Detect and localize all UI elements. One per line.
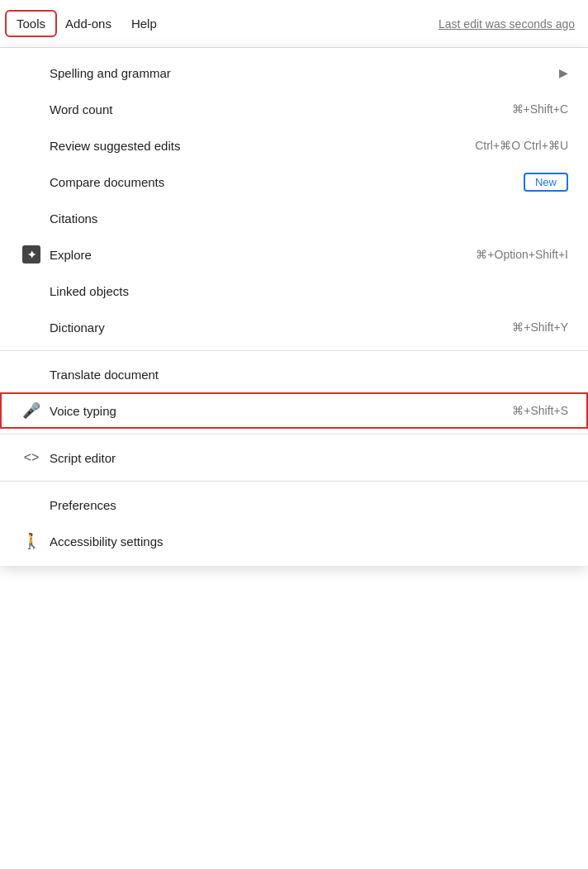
word-count-item[interactable]: Word count ⌘+Shift+C xyxy=(0,91,588,127)
tools-menu-item[interactable]: Tools xyxy=(7,12,55,36)
spelling-arrow-icon: ▶ xyxy=(559,66,568,79)
citations-label: Citations xyxy=(50,211,568,226)
explore-item[interactable]: ✦ Explore ⌘+Option+Shift+I xyxy=(0,236,588,273)
script-editor-item[interactable]: <> Script editor xyxy=(0,439,588,476)
divider-3 xyxy=(0,481,588,482)
word-count-shortcut: ⌘+Shift+C xyxy=(512,102,568,116)
dictionary-item[interactable]: Dictionary ⌘+Shift+Y xyxy=(0,309,588,345)
spelling-grammar-label: Spelling and grammar xyxy=(50,66,559,80)
voice-typing-shortcut: ⌘+Shift+S xyxy=(512,404,568,417)
last-edit-text: Last edit was seconds ago xyxy=(439,17,575,31)
help-menu-item[interactable]: Help xyxy=(121,12,167,36)
explore-label: Explore xyxy=(50,248,476,262)
voice-typing-label: Voice typing xyxy=(50,404,512,418)
explore-icon: ✦ xyxy=(20,245,43,264)
review-edits-item[interactable]: Review suggested edits Ctrl+⌘O Ctrl+⌘U xyxy=(0,127,588,164)
script-editor-label: Script editor xyxy=(50,451,568,465)
citations-item[interactable]: Citations xyxy=(0,200,588,236)
code-icon: <> xyxy=(24,450,40,465)
explore-shortcut: ⌘+Option+Shift+I xyxy=(476,248,568,261)
linked-objects-label: Linked objects xyxy=(50,284,568,298)
translate-item[interactable]: Translate document xyxy=(0,356,588,392)
explore-star-icon: ✦ xyxy=(22,245,40,264)
tools-dropdown: Spelling and grammar ▶ Word count ⌘+Shif… xyxy=(0,48,588,566)
divider-1 xyxy=(0,350,588,351)
accessibility-label: Accessibility settings xyxy=(50,534,568,548)
linked-objects-item[interactable]: Linked objects xyxy=(0,273,588,309)
new-badge: New xyxy=(524,173,568,192)
addons-menu-item[interactable]: Add-ons xyxy=(55,12,121,36)
mic-icon: 🎤 xyxy=(20,401,43,420)
review-edits-shortcut: Ctrl+⌘O Ctrl+⌘U xyxy=(475,139,568,152)
preferences-label: Preferences xyxy=(50,498,568,512)
review-edits-label: Review suggested edits xyxy=(50,139,475,153)
divider-2 xyxy=(0,434,588,434)
word-count-label: Word count xyxy=(50,102,512,116)
compare-docs-label: Compare documents xyxy=(50,175,524,189)
translate-label: Translate document xyxy=(50,368,568,382)
voice-typing-item[interactable]: 🎤 Voice typing ⌘+Shift+S xyxy=(0,392,588,429)
script-editor-icon: <> xyxy=(20,450,43,465)
spelling-grammar-item[interactable]: Spelling and grammar ▶ xyxy=(0,55,588,91)
accessibility-icon: 🚶 xyxy=(20,532,43,550)
preferences-item[interactable]: Preferences xyxy=(0,487,588,523)
menu-bar: Tools Add-ons Help Last edit was seconds… xyxy=(0,0,588,48)
compare-docs-item[interactable]: Compare documents New xyxy=(0,164,588,200)
microphone-icon: 🎤 xyxy=(22,401,40,420)
accessibility-item[interactable]: 🚶 Accessibility settings xyxy=(0,523,588,559)
dictionary-label: Dictionary xyxy=(50,321,512,335)
person-icon: 🚶 xyxy=(22,532,40,550)
dictionary-shortcut: ⌘+Shift+Y xyxy=(512,321,568,334)
